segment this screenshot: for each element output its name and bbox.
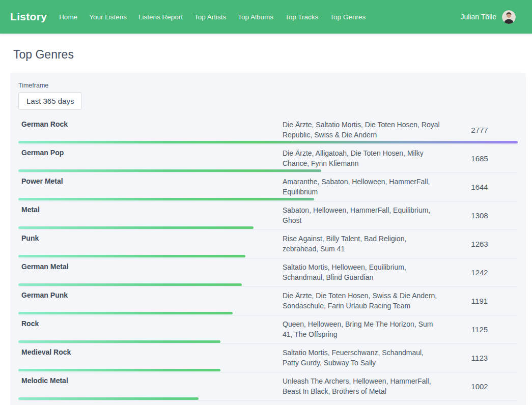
genre-artists: Die Ärzte, Alligatoah, Die Toten Hosen, … [283, 148, 441, 168]
genre-row: German Rock Die Ärzte, Saltatio Mortis, … [18, 116, 518, 144]
genre-progress-bar [18, 198, 314, 200]
genre-count: 1644 [441, 183, 518, 191]
genre-artists: Unleash The Archers, Helloween, HammerFa… [283, 376, 441, 396]
genre-name: Power Metal [21, 177, 283, 185]
genre-artists: Queen, Helloween, Bring Me The Horizon, … [283, 319, 441, 339]
genre-name: Punk [21, 234, 283, 242]
genre-name: German Rock [21, 120, 283, 128]
genre-row: German Punk Die Ärzte, Die Toten Hosen, … [18, 287, 518, 315]
genre-row: Power Metal Amaranthe, Sabaton, Hellowee… [18, 173, 518, 201]
genre-progress-bar [18, 169, 321, 172]
top-nav-bar: Listory Home Your Listens Listens Report… [0, 0, 532, 34]
top-genres-card: Timeframe Last 365 days German Rock Die … [10, 73, 526, 405]
genre-progress-bar [18, 226, 254, 229]
genre-artists: Die Ärzte, Die Toten Hosen, Swiss & Die … [283, 291, 441, 311]
genre-artists: Die Ärzte, Saltatio Mortis, Die Toten Ho… [283, 120, 441, 140]
user-name[interactable]: Julian Tölle [460, 13, 496, 21]
genre-artists: Sabaton, Helloween, HammerFall, Equilibr… [283, 205, 441, 225]
genre-artists: Saltatio Mortis, Helloween, Equilibrium,… [283, 262, 441, 282]
genre-row: German Indie Bukahara, Käptn Peng, KYTES… [18, 401, 518, 405]
genre-progress-bar [18, 397, 199, 400]
genre-count: 1191 [441, 297, 518, 305]
timeframe-select[interactable]: Last 365 days [18, 92, 82, 110]
nav-item-your-listens[interactable]: Your Listens [89, 13, 127, 21]
genre-count: 2777 [441, 126, 518, 134]
genre-artists: Amaranthe, Sabaton, Helloween, HammerFal… [283, 177, 441, 197]
page-title: Top Genres [13, 48, 532, 62]
genre-progress-bar [18, 283, 242, 286]
genre-row: German Metal Saltatio Mortis, Helloween,… [18, 258, 518, 287]
nav-item-listens-report[interactable]: Listens Report [138, 13, 183, 21]
genre-name: Rock [21, 319, 283, 328]
genre-count: 1242 [441, 268, 518, 277]
genre-count: 1123 [441, 354, 518, 362]
genre-count: 1263 [441, 240, 518, 248]
genre-progress-bar [18, 369, 220, 371]
nav-item-home[interactable]: Home [59, 13, 77, 21]
genre-artists: Saltatio Mortis, Feuerschwanz, Schandmau… [283, 348, 441, 368]
genre-row: Metal Sabaton, Helloween, HammerFall, Eq… [18, 201, 518, 230]
genre-name: Metal [21, 205, 283, 214]
genre-progress-bar [18, 141, 518, 143]
genre-row: Punk Rise Against, Billy Talent, Bad Rel… [18, 230, 518, 258]
nav-item-top-albums[interactable]: Top Albums [238, 13, 273, 21]
genre-table: German Rock Die Ärzte, Saltatio Mortis, … [18, 116, 518, 405]
genre-row: Medieval Rock Saltatio Mortis, Feuerschw… [18, 344, 518, 372]
nav-item-top-genres[interactable]: Top Genres [330, 13, 366, 21]
genre-artists: Rise Against, Billy Talent, Bad Religion… [283, 234, 441, 254]
genre-progress-bar [18, 340, 220, 343]
genre-name: Medieval Rock [21, 348, 283, 356]
genre-name: German Pop [21, 148, 283, 157]
genre-row: Melodic Metal Unleash The Archers, Hello… [18, 372, 518, 401]
genre-name: Melodic Metal [21, 376, 283, 385]
genre-progress-bar [18, 312, 233, 314]
timeframe-label: Timeframe [18, 82, 518, 89]
genre-row: German Pop Die Ärzte, Alligatoah, Die To… [18, 144, 518, 173]
genre-count: 1685 [441, 154, 518, 163]
genre-row: Rock Queen, Helloween, Bring Me The Hori… [18, 315, 518, 344]
genre-name: German Metal [21, 262, 283, 271]
nav-item-top-artists[interactable]: Top Artists [194, 13, 226, 21]
genre-count: 1125 [441, 325, 518, 334]
app-logo[interactable]: Listory [10, 11, 47, 23]
main-nav: Home Your Listens Listens Report Top Art… [59, 13, 366, 21]
genre-count: 1002 [441, 382, 518, 391]
genre-name: German Punk [21, 291, 283, 299]
user-avatar-icon[interactable] [502, 10, 516, 24]
genre-count: 1308 [441, 211, 518, 220]
genre-progress-bar [18, 255, 245, 257]
nav-item-top-tracks[interactable]: Top Tracks [285, 13, 318, 21]
